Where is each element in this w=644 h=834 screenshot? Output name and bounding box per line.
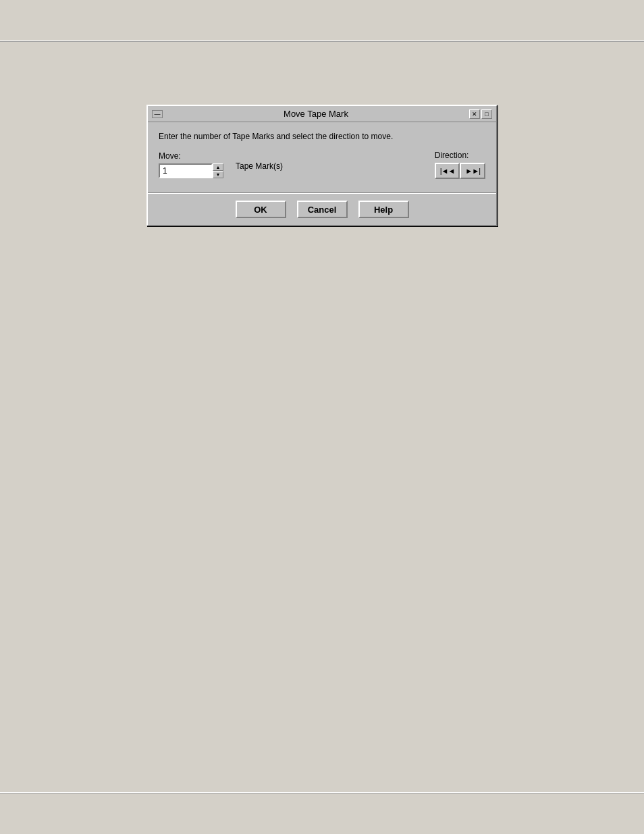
backward-icon: |◄◄ xyxy=(440,167,455,175)
maximize-icon: □ xyxy=(485,111,488,118)
minimize-button[interactable]: ✕ xyxy=(469,109,480,119)
spinner-wrapper: ▲ ▼ xyxy=(159,163,223,178)
forward-icon: ►►| xyxy=(465,167,480,175)
maximize-button[interactable]: □ xyxy=(481,109,492,119)
move-section: Move: ▲ ▼ xyxy=(159,151,223,178)
help-button[interactable]: Help xyxy=(358,201,409,218)
titlebar-title-wrapper: Move Tape Mark xyxy=(163,109,469,119)
dialog-footer: OK Cancel Help xyxy=(148,194,496,225)
spinner-buttons: ▲ ▼ xyxy=(213,163,223,178)
direction-backward-button[interactable]: |◄◄ xyxy=(435,163,460,179)
direction-buttons: |◄◄ ►►| xyxy=(435,163,485,179)
dialog-titlebar: — Move Tape Mark ✕ □ xyxy=(148,106,496,122)
move-label: Move: xyxy=(159,151,223,161)
titlebar-right: ✕ □ xyxy=(469,109,492,119)
minimize-icon: ✕ xyxy=(472,111,477,118)
controls-area: Move: ▲ ▼ Tape Mark(s) Direction: xyxy=(159,151,485,179)
cancel-button[interactable]: Cancel xyxy=(297,201,348,218)
direction-forward-button[interactable]: ►►| xyxy=(460,163,485,179)
direction-section: Direction: |◄◄ ►►| xyxy=(435,151,485,179)
title-icon[interactable]: — xyxy=(152,110,163,118)
titlebar-left: — xyxy=(152,110,163,118)
dialog-title: Move Tape Mark xyxy=(163,109,469,119)
dialog-body: Enter the number of Tape Marks and selec… xyxy=(148,122,496,186)
bottom-rule xyxy=(0,792,644,793)
spinner-down-button[interactable]: ▼ xyxy=(213,171,223,178)
ok-button[interactable]: OK xyxy=(236,201,286,218)
dialog-window: — Move Tape Mark ✕ □ Enter the number of… xyxy=(146,105,498,226)
top-rule xyxy=(0,41,644,42)
spinner-up-icon: ▲ xyxy=(216,165,221,170)
direction-label: Direction: xyxy=(435,151,485,160)
tape-marks-label: Tape Mark(s) xyxy=(236,161,283,171)
instruction-text: Enter the number of Tape Marks and selec… xyxy=(159,132,485,141)
move-input[interactable] xyxy=(159,163,213,178)
spinner-up-button[interactable]: ▲ xyxy=(213,163,223,171)
spinner-down-icon: ▼ xyxy=(216,172,221,177)
